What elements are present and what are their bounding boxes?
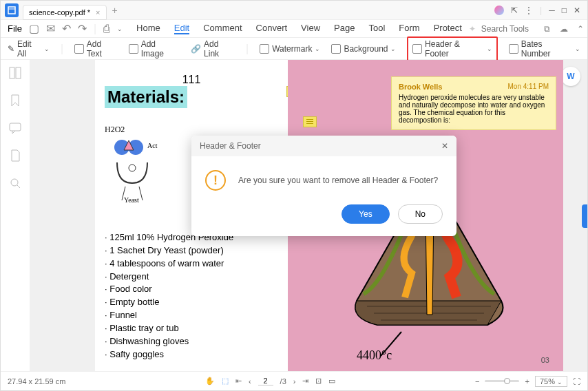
fit-page-icon[interactable]: ▭ (328, 377, 335, 385)
workspace: W 111 Materials: H2O2 Yeast Act (1, 60, 587, 371)
redo-icon[interactable]: ↷ (78, 23, 87, 34)
hand-tool-icon[interactable]: ✋ (205, 377, 215, 385)
list-item: 4 tablespoons of warm water (105, 257, 278, 271)
first-page-icon[interactable]: ⇤ (235, 377, 242, 385)
edit-all-button[interactable]: ✎Edit All⌄ (8, 39, 50, 59)
print-dropdown-icon[interactable]: ⌄ (117, 25, 123, 32)
search-input[interactable] (481, 24, 536, 34)
fit-width-icon[interactable]: ⊡ (315, 377, 322, 385)
menu-home[interactable]: Home (136, 23, 160, 34)
save-icon[interactable]: ▢ (29, 23, 39, 34)
undo-icon[interactable]: ↶ (62, 23, 71, 34)
maximize-icon[interactable]: □ (562, 6, 567, 15)
kebab-icon[interactable]: ⋮ (525, 6, 533, 15)
materials-list: 125ml 10% Hydrogen Peroxide1 Sachet Dry … (105, 231, 278, 361)
page-header-number: 111 (105, 74, 278, 86)
header-footer-button[interactable]: Header & Footer⌄ (407, 36, 498, 61)
select-tool-icon[interactable]: ⬚ (222, 377, 229, 385)
last-page-icon[interactable]: ⇥ (302, 377, 308, 385)
bookmarks-icon[interactable] (9, 94, 21, 109)
menu-form[interactable]: Form (399, 23, 419, 34)
comment-author: Brook Wells (399, 83, 442, 91)
list-item: Plastic tray or tub (105, 322, 278, 335)
watermark-icon (260, 44, 269, 54)
minimize-icon[interactable]: ─ (549, 6, 555, 15)
background-button[interactable]: Background⌄ (331, 44, 396, 54)
background-icon (331, 44, 341, 54)
zoom-in-icon[interactable]: + (525, 377, 529, 385)
file-menu[interactable]: File (8, 23, 22, 34)
svg-rect-2 (16, 67, 21, 78)
menu-tool[interactable]: Tool (368, 23, 385, 34)
collapse-ribbon-icon[interactable]: ⌃ (575, 23, 586, 34)
bates-icon (509, 44, 518, 54)
list-item: Empty bottle (105, 296, 278, 309)
search-panel-icon[interactable] (9, 177, 21, 192)
svg-rect-3 (10, 123, 21, 131)
list-item: Food color (105, 283, 278, 296)
header-footer-icon (412, 44, 422, 54)
comment-time: Mon 4:11 PM (508, 83, 549, 91)
comment-text: Hydrogen peroxide molecules are very uns… (399, 94, 549, 124)
add-link-button[interactable]: 🔗Add Link (191, 39, 235, 59)
annotations-icon[interactable] (9, 122, 21, 137)
zoom-slider[interactable] (485, 380, 519, 382)
dialog-close-icon[interactable]: ✕ (441, 141, 448, 151)
footer-page-number: 03 (541, 356, 549, 364)
list-item: Funnel (105, 309, 278, 322)
cloud-icon[interactable]: ☁ (558, 23, 569, 34)
page-total: /3 (280, 377, 286, 385)
zoom-value[interactable]: 75% ⌄ (535, 376, 567, 387)
mail-icon[interactable]: ✉ (46, 23, 55, 34)
document-tab[interactable]: science-copy.pdf * × (23, 5, 107, 20)
zoom-out-icon[interactable]: − (475, 377, 479, 385)
attachments-icon[interactable] (9, 149, 21, 165)
menu-convert[interactable]: Convert (256, 23, 288, 34)
watermark-button[interactable]: Watermark⌄ (260, 44, 320, 54)
list-item: Detergent (105, 271, 278, 284)
dialog-message: Are you sure you want to remove all Head… (238, 176, 438, 185)
fullscreen-icon[interactable]: ⛶ (573, 377, 580, 385)
print-icon[interactable]: ⎙ (103, 23, 110, 34)
add-image-button[interactable]: Add Image (129, 39, 180, 59)
add-text-button[interactable]: Add Text (74, 39, 118, 59)
close-icon[interactable]: ✕ (574, 6, 580, 15)
bates-number-button[interactable]: Bates Number⌄ (509, 39, 580, 59)
sticky-note-icon-2[interactable] (303, 116, 317, 127)
next-page-icon[interactable]: › (293, 377, 296, 385)
svg-rect-0 (8, 7, 15, 14)
share-icon[interactable]: ⇱ (511, 6, 518, 15)
page-input[interactable] (258, 377, 273, 385)
sparkle-icon[interactable]: ✦ (469, 24, 476, 34)
list-item: Dishwashing gloves (105, 335, 278, 348)
confirm-dialog: Header & Footer ✕ ! Are you sure you wan… (191, 136, 456, 236)
canvas: W 111 Materials: H2O2 Yeast Act (30, 60, 587, 371)
yeast-caption: Yeast (124, 196, 139, 204)
dialog-title: Header & Footer (200, 141, 261, 151)
warning-icon: ! (205, 170, 226, 191)
image-icon (129, 44, 138, 54)
tab-close-icon[interactable]: × (96, 8, 100, 17)
menu-protect[interactable]: Protect (434, 23, 462, 34)
prev-page-icon[interactable]: ‹ (249, 377, 251, 385)
list-item: 1 Sachet Dry Yeast (powder) (105, 244, 278, 257)
word-badge-icon[interactable]: W (561, 67, 580, 86)
menu-page[interactable]: Page (334, 23, 355, 34)
link-icon: 🔗 (191, 44, 201, 54)
svg-point-7 (129, 165, 136, 171)
tab-filename: science-copy.pdf * (29, 8, 90, 17)
scrollbar-handle[interactable] (582, 204, 587, 228)
menu-edit[interactable]: Edit (174, 23, 189, 34)
ai-icon[interactable] (494, 6, 504, 15)
menu-comment[interactable]: Comment (203, 23, 242, 34)
thumbnails-icon[interactable] (9, 67, 21, 82)
yes-button[interactable]: Yes (342, 204, 390, 224)
page-dimensions: 27.94 x 21.59 cm (8, 377, 65, 385)
no-button[interactable]: No (398, 204, 443, 224)
menu-view[interactable]: View (301, 23, 320, 34)
svg-point-4 (11, 179, 18, 186)
open-external-icon[interactable]: ⧉ (542, 23, 553, 34)
tab-add-icon[interactable]: + (112, 5, 118, 16)
quickbar: File ▢ ✉ ↶ ↷ | ⎙ ⌄ Home Edit Comment Con… (1, 20, 587, 38)
comment-box: Brook Wells Mon 4:11 PM Hydrogen peroxid… (391, 76, 556, 130)
